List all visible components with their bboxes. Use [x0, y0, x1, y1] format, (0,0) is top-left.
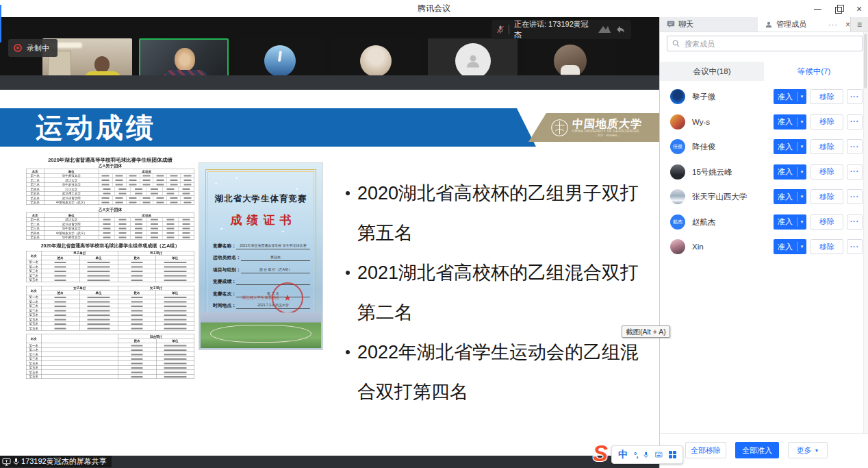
avatar: 航杰 [670, 214, 685, 230]
certificate-field: 项目与组别：混 合 双 打（乙A组） [213, 261, 310, 273]
avatar [670, 239, 685, 254]
remove-button[interactable]: 移除 [810, 239, 843, 254]
slide-title: 运动成绩 [36, 108, 156, 147]
ime-keyboard-icon[interactable] [655, 451, 662, 458]
certificate-title: 湖北省大学生体育竞赛 [199, 193, 322, 205]
member-name: 赵航杰 [692, 210, 716, 235]
member-row: Wy-s 准入▼ 移除 ··· [660, 110, 868, 135]
bullet-line: 2022年湖北省学生运动会的乙组混 [357, 332, 652, 372]
remove-button[interactable]: 移除 [810, 214, 843, 230]
chat-icon [667, 21, 675, 28]
ime-voice-icon[interactable] [643, 450, 649, 460]
restore-button[interactable] [834, 4, 843, 14]
panel-close-icon[interactable]: × [845, 20, 850, 29]
remove-button[interactable]: 移除 [810, 189, 843, 204]
table-subheader: 乙A男子团体 [26, 164, 194, 169]
sogou-logo[interactable]: S [593, 441, 608, 466]
certificate-field: 运动员姓名：黄冠杰 [213, 249, 310, 262]
panel-scrollbar[interactable] [863, 32, 868, 433]
ime-punctuation-icon[interactable]: °, [634, 451, 637, 459]
search-input[interactable] [683, 39, 857, 49]
subtab-waiting[interactable]: 等候中(7) [764, 62, 864, 81]
members-icon [765, 21, 773, 29]
shared-slide: 运动成绩 中国地质大学 CHINA UNIVERSITY OF GEOSCIEN… [0, 90, 659, 456]
admit-button[interactable]: 准入▼ [774, 89, 806, 104]
remove-button[interactable]: 移除 [810, 89, 843, 104]
chevron-down-icon: ▼ [797, 242, 806, 251]
subtab-in-meeting[interactable]: 会议中(18) [660, 62, 764, 81]
avatar: 佳俊 [670, 139, 685, 154]
chevron-down-icon: ▼ [797, 167, 806, 177]
avatar [264, 45, 296, 77]
avatar [670, 189, 685, 204]
row-more-button[interactable]: ··· [847, 139, 863, 154]
titlebar: 腾讯会议 × [0, 0, 868, 17]
row-more-button[interactable]: ··· [847, 189, 863, 204]
table-header: 2020年湖北省普通高等学校羽毛球比赛学生组单项成绩（乙A组） [26, 242, 194, 249]
panel-menu-icon[interactable]: ≡ [850, 17, 868, 32]
admit-button[interactable]: 准入▼ [774, 164, 806, 180]
certificate-field: 竞赛名称：2021年湖北省普通高等学校 学生羽毛球比赛 [213, 237, 310, 249]
shared-screen-band [0, 75, 659, 90]
admit-button[interactable]: 准入▼ [774, 114, 806, 130]
tab-manage-members[interactable]: 管理成员 ··· × [758, 17, 850, 32]
team-results-table: 名次单位运动员第一名华中师范大学第二名武汉大学第三名华中农业大学第四名江汉大学第… [26, 169, 194, 206]
close-button[interactable]: × [854, 4, 864, 14]
remove-button[interactable]: 移除 [810, 164, 843, 180]
remove-all-button[interactable]: 全部移除 [685, 442, 726, 458]
row-more-button[interactable]: ··· [847, 239, 863, 254]
ime-toolbar[interactable]: 中 °, S [593, 441, 685, 466]
tab-chat[interactable]: 聊天 [660, 17, 758, 32]
member-name: 降佳俊 [692, 134, 716, 160]
member-name: 黎子微 [692, 84, 716, 110]
red-seal-icon [272, 282, 303, 314]
chevron-down-icon: ▼ [797, 192, 806, 201]
screen-share-bar: 173192黄冠杰的屏幕共享 [0, 456, 659, 468]
achievement-bullets: 2020湖北省高校杯的乙组男子双打第五名2021湖北省高校杯的乙组混合双打第二名… [357, 173, 652, 412]
admit-button[interactable]: 准入▼ [774, 139, 806, 154]
tencent-meeting-window: 腾讯会议 × 游茂林 [0, 0, 868, 468]
default-avatar-icon [455, 43, 491, 79]
more-button[interactable]: 更多▼ [788, 442, 828, 458]
member-row: 航杰 赵航杰 准入▼ 移除 ··· [660, 210, 868, 235]
row-more-button[interactable]: ··· [847, 89, 863, 104]
avatar [360, 45, 392, 77]
chevron-down-icon: ▼ [797, 217, 806, 227]
screen-share-label[interactable]: 173192黄冠杰的屏幕共享 [0, 456, 112, 467]
window-edge-accent [0, 5, 1, 42]
certificate-field: 竞赛成绩： [213, 273, 310, 286]
member-row: 佳俊 降佳俊 准入▼ 移除 ··· [660, 134, 868, 160]
recording-badge[interactable]: 录制中 [8, 39, 58, 57]
mixed-doubles-table: 名次混合双打姓名单位第一名第二名第三名第三名第五名第五名第五名第五名 [26, 334, 194, 380]
table-header: 2020年湖北省普通高等学校羽毛球比赛学生组团体成绩 [26, 156, 194, 163]
mic-icon [13, 458, 19, 466]
row-more-button[interactable]: ··· [847, 164, 863, 180]
overlay-arrow-icons [597, 24, 626, 35]
member-row: 15号姚云峰 准入▼ 移除 ··· [660, 160, 868, 185]
avatar [554, 45, 587, 77]
member-row: Xin 准入▼ 移除 ··· [660, 234, 868, 260]
ime-toolbox-icon[interactable] [669, 451, 677, 459]
chevron-down-icon: ▼ [797, 92, 806, 101]
remove-button[interactable]: 移除 [810, 114, 843, 130]
bullet-line: 第二名 [357, 293, 652, 332]
admit-button[interactable]: 准入▼ [774, 214, 806, 230]
row-more-button[interactable]: ··· [847, 114, 863, 130]
panel-tabbar: 聊天 管理成员 ··· × ≡ [660, 17, 868, 32]
panel-more-icon[interactable]: ··· [828, 21, 838, 29]
stadium-photo [201, 312, 321, 348]
speaking-indicator: 正在讲话: 173192黄冠杰 [492, 20, 631, 39]
minimize-button[interactable] [813, 4, 823, 14]
team-results-table: 名次单位运动员第一名武汉大学第二名武汉体育学院第三名华中农业大学第四名中国地质大… [26, 213, 194, 241]
results-tables: 2020年湖北省普通高等学校羽毛球比赛学生组团体成绩乙A男子团体名次单位运动员第… [26, 156, 194, 352]
admit-button[interactable]: 准入▼ [774, 239, 806, 254]
remove-button[interactable]: 移除 [810, 139, 843, 154]
row-more-button[interactable]: ··· [847, 214, 863, 230]
table-subheader: 乙A女子团体 [26, 208, 194, 212]
admit-button[interactable]: 准入▼ [774, 189, 806, 204]
screenshot-tooltip: 截图(Alt + A) [622, 325, 670, 338]
admit-all-button[interactable]: 全部准入 [735, 442, 779, 458]
speaking-label: 正在讲话: 173192黄冠杰 [514, 19, 592, 40]
ime-language-mode[interactable]: 中 [618, 449, 628, 461]
screen-share-icon [2, 458, 11, 466]
